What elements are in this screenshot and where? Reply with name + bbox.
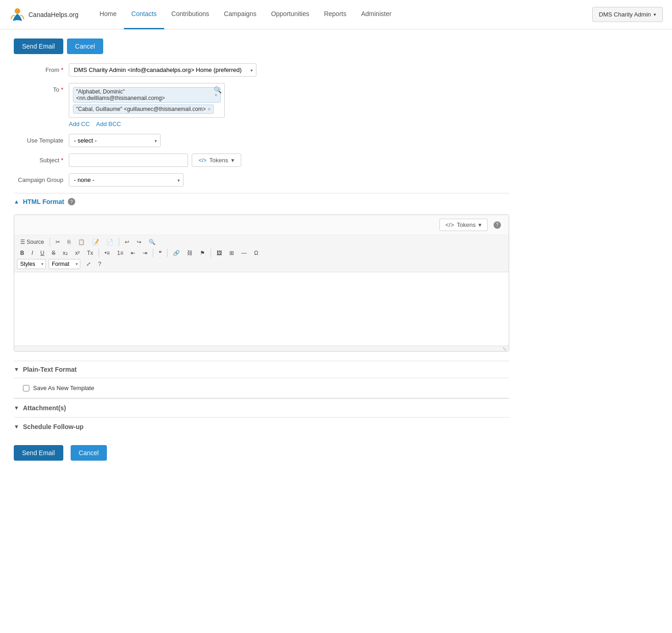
add-cc-link[interactable]: Add CC	[69, 121, 90, 127]
toolbar-row-1: ☰ Source ✂ ⎘ 📋 📝 📄	[17, 237, 506, 247]
subject-input[interactable]	[69, 154, 188, 167]
editor-tokens-button[interactable]: </> Tokens ▾	[439, 219, 488, 231]
toolbar-indent-increase-button[interactable]: ⇥	[139, 248, 150, 258]
toolbar-help-button[interactable]: ?	[95, 259, 105, 269]
html-format-help-icon[interactable]: ?	[68, 198, 75, 205]
nav-links: Home Contacts Contributions Campaigns Op…	[92, 0, 592, 29]
styles-select[interactable]: Styles	[17, 259, 46, 269]
subject-row: Subject * </> Tokens ▾	[14, 154, 509, 167]
toolbar-underline-button[interactable]: U	[37, 248, 48, 258]
from-control: DMS Charity Admin <info@canadahelps.org>…	[69, 63, 261, 77]
toolbar-cut-button[interactable]: ✂	[52, 237, 63, 247]
to-search-button[interactable]: 🔍	[214, 86, 222, 94]
campaign-group-control: - none - ▾	[69, 173, 261, 187]
toolbar-subscript-icon: x₂	[63, 250, 68, 256]
format-select[interactable]: Format	[49, 259, 80, 269]
editor-body[interactable]	[14, 272, 509, 346]
schedule-header[interactable]: ▼ Schedule Follow-up	[14, 423, 509, 430]
toolbar-redo-button[interactable]: ↪	[133, 237, 144, 247]
tokens-arrow-icon: ▾	[231, 157, 234, 164]
toolbar-sep-1	[50, 238, 50, 246]
toolbar-image-icon: 🖼	[217, 250, 222, 256]
html-editor-container: </> Tokens ▾ ? ☰ Source ✂ ⎘	[14, 215, 509, 352]
save-template-checkbox[interactable]	[23, 385, 29, 391]
attachments-section: ▼ Attachment(s)	[14, 398, 509, 417]
toolbar-subscript-button[interactable]: x₂	[60, 248, 71, 258]
toolbar-bullet-list-button[interactable]: •≡	[101, 248, 113, 258]
toolbar-undo-button[interactable]: ↩	[122, 237, 133, 247]
to-label: To *	[14, 83, 69, 93]
nav-opportunities[interactable]: Opportunities	[264, 0, 317, 29]
toolbar-sep-5	[167, 249, 167, 257]
send-email-button-bottom[interactable]: Send Email	[14, 445, 63, 461]
toolbar-superscript-button[interactable]: x²	[72, 248, 83, 258]
tokens-button[interactable]: </> Tokens ▾	[192, 154, 241, 167]
from-select[interactable]: DMS Charity Admin <info@canadahelps.org>…	[69, 63, 256, 77]
toolbar-find-button[interactable]: 🔍	[145, 237, 159, 247]
toolbar-maximize-button[interactable]: ⤢	[83, 259, 94, 269]
html-format-title: HTML Format	[23, 198, 64, 205]
nav-contributions[interactable]: Contributions	[164, 0, 217, 29]
cancel-button-top[interactable]: Cancel	[67, 39, 104, 54]
brand-link[interactable]: CanadaHelps.org	[9, 6, 78, 23]
nav-administer[interactable]: Administer	[354, 0, 399, 29]
to-field[interactable]: "Alphabet, Dominic" <nn.dwilliams@thisis…	[69, 83, 225, 118]
admin-dropdown-button[interactable]: DMS Charity Admin ▾	[592, 7, 663, 22]
toolbar-cut-icon: ✂	[56, 239, 60, 245]
schedule-title: Schedule Follow-up	[23, 423, 83, 430]
toolbar-unlink-button[interactable]: ⛓	[184, 248, 196, 258]
campaign-group-select[interactable]: - none -	[69, 173, 183, 187]
plain-text-chevron-icon: ▼	[14, 366, 19, 373]
toolbar-table-button[interactable]: ⊞	[226, 248, 237, 258]
toolbar-strikethrough-button[interactable]: S	[49, 248, 59, 258]
add-bcc-link[interactable]: Add BCC	[96, 121, 121, 127]
toolbar-remove-format-button[interactable]: Tx	[84, 248, 96, 258]
tokens-code-icon: </>	[199, 157, 206, 164]
schedule-section: ▼ Schedule Follow-up	[14, 417, 509, 436]
editor-top-bar: </> Tokens ▾ ?	[14, 215, 509, 235]
send-email-button-top[interactable]: Send Email	[14, 39, 63, 54]
toolbar-paste-text-button[interactable]: 📝	[89, 237, 102, 247]
toolbar-paste-button[interactable]: 📋	[75, 237, 88, 247]
toolbar-table-icon: ⊞	[229, 250, 234, 256]
subject-label: Subject *	[14, 154, 69, 164]
admin-chevron-icon: ▾	[654, 12, 656, 17]
toolbar-source-button[interactable]: ☰ Source	[17, 237, 47, 247]
toolbar-special-char-icon: Ω	[254, 250, 258, 256]
toolbar-paste-word-button[interactable]: 📄	[103, 237, 117, 247]
nav-home[interactable]: Home	[92, 0, 124, 29]
plain-text-title: Plain-Text Format	[23, 366, 77, 373]
toolbar-copy-icon: ⎘	[67, 239, 71, 245]
editor-help-button[interactable]: ?	[490, 220, 504, 231]
nav-campaigns[interactable]: Campaigns	[217, 0, 264, 29]
toolbar-hr-icon: —	[241, 250, 247, 256]
plain-text-section: ▼ Plain-Text Format	[14, 361, 509, 378]
toolbar-indent-decrease-icon: ⇤	[131, 250, 135, 256]
navbar-right: DMS Charity Admin ▾	[592, 7, 663, 22]
toolbar-image-button[interactable]: 🖼	[213, 248, 225, 258]
toolbar-blockquote-button[interactable]: ❝	[156, 248, 165, 258]
use-template-select[interactable]: - select -	[69, 134, 161, 147]
toolbar-special-char-button[interactable]: Ω	[251, 248, 261, 258]
toolbar-paste-icon: 📋	[78, 239, 85, 245]
toolbar-copy-button[interactable]: ⎘	[64, 237, 74, 247]
toolbar-italic-button[interactable]: I	[28, 248, 36, 258]
toolbar-indent-decrease-button[interactable]: ⇤	[128, 248, 139, 258]
nav-contacts[interactable]: Contacts	[124, 0, 164, 29]
toolbar-numbered-list-button[interactable]: 1≡	[114, 248, 127, 258]
to-tag-2-remove[interactable]: ×	[208, 106, 211, 112]
email-form: From * DMS Charity Admin <info@canadahel…	[14, 63, 509, 187]
toolbar-bold-button[interactable]: B	[17, 248, 28, 258]
subject-control: </> Tokens ▾	[69, 154, 261, 167]
toolbar-remove-format-icon: Tx	[87, 250, 93, 256]
toolbar-anchor-button[interactable]: ⚑	[197, 248, 208, 258]
cancel-button-bottom[interactable]: Cancel	[71, 445, 107, 461]
toolbar-hr-button[interactable]: —	[238, 248, 250, 258]
html-format-section-header[interactable]: ▲ HTML Format ?	[14, 193, 509, 210]
toolbar-link-button[interactable]: 🔗	[170, 248, 183, 258]
nav-reports[interactable]: Reports	[317, 0, 354, 29]
plain-text-header[interactable]: ▼ Plain-Text Format	[14, 366, 509, 373]
attachments-header[interactable]: ▼ Attachment(s)	[14, 404, 509, 412]
from-select-wrapper: DMS Charity Admin <info@canadahelps.org>…	[69, 63, 256, 77]
toolbar-undo-icon: ↩	[125, 239, 129, 245]
